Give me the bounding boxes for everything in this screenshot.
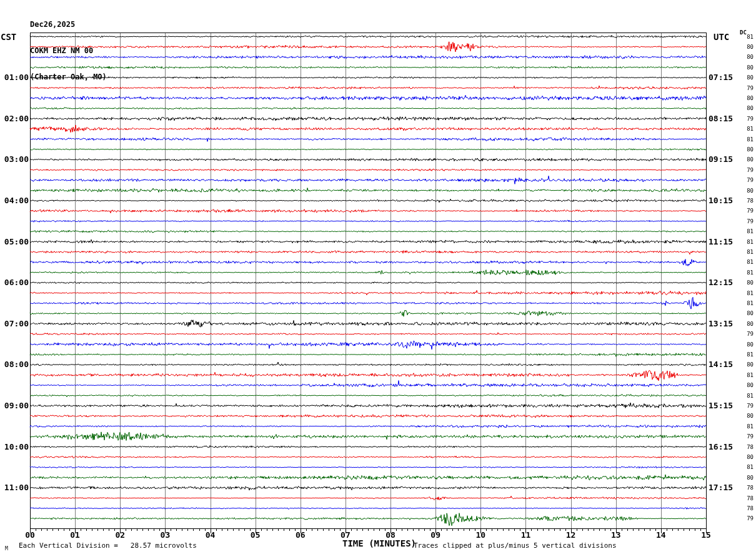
dc-value: 79 — [739, 85, 754, 91]
x-tick-label: 03 — [152, 530, 177, 540]
x-tick-label: 10 — [468, 530, 493, 540]
left-hour-label: 10:00 — [1, 443, 29, 451]
right-hour-label: 08:15 — [709, 114, 741, 123]
header-station-code: COKM EHZ NM 00 — [30, 46, 107, 55]
dc-value: 81 — [739, 290, 754, 296]
dc-value: 81 — [739, 351, 754, 358]
right-hour-label: 11:15 — [709, 238, 741, 246]
dc-value: 80 — [739, 188, 754, 194]
left-hour-label: 09:00 — [1, 401, 29, 410]
header-station-location: (Charter Oak, MO) — [30, 73, 107, 81]
dc-value: 81 — [739, 423, 754, 430]
dc-value: 78 — [739, 505, 754, 511]
right-hour-label: 13:15 — [709, 320, 741, 328]
right-timezone-label: UTC — [714, 32, 729, 42]
right-hour-label: 09:15 — [709, 155, 741, 164]
left-hour-label: 02:00 — [1, 114, 29, 123]
x-tick-label: 01 — [62, 530, 87, 540]
header-date: Dec26,2025 — [30, 20, 107, 29]
dc-value: 80 — [739, 280, 754, 286]
x-tick-label: 09 — [423, 530, 448, 540]
vertical-scale-note: Each Vertical Division = 28.57 microvolt… — [19, 541, 197, 550]
corner-logo: M — [5, 546, 8, 551]
x-tick-label: 00 — [17, 530, 42, 540]
dc-value: 81 — [739, 269, 754, 276]
dc-value: 80 — [739, 341, 754, 348]
dc-value: 81 — [739, 34, 754, 40]
dc-value: 81 — [739, 239, 754, 245]
left-hour-label: 03:00 — [1, 155, 29, 164]
dc-value: 79 — [739, 218, 754, 224]
dc-value: 80 — [739, 361, 754, 368]
left-hour-label: 06:00 — [1, 278, 29, 287]
dc-value: 81 — [739, 372, 754, 378]
dc-value: 80 — [739, 95, 754, 101]
x-tick-label: 15 — [694, 530, 719, 540]
dc-value: 79 — [739, 116, 754, 122]
dc-value: 78 — [739, 495, 754, 501]
dc-value: 78 — [739, 198, 754, 204]
dc-value: 80 — [739, 475, 754, 481]
dc-value: 80 — [739, 382, 754, 388]
left-hour-label: 08:00 — [1, 360, 29, 369]
dc-value: 81 — [739, 464, 754, 470]
dc-value: 79 — [739, 208, 754, 214]
right-hour-label: 17:15 — [709, 483, 741, 492]
helicorder-screen: Dec26,2025 COKM EHZ NM 00 (Charter Oak, … — [0, 0, 756, 554]
x-tick-label: 06 — [288, 530, 313, 540]
x-tick-label: 05 — [243, 530, 268, 540]
clip-note: Traces clipped at plus/minus 5 vertical … — [414, 541, 617, 550]
seismogram-plot-canvas — [0, 0, 756, 554]
dc-value: 81 — [739, 126, 754, 132]
dc-value: 81 — [739, 136, 754, 143]
dc-value: 80 — [739, 146, 754, 153]
dc-value: 80 — [739, 413, 754, 419]
dc-value: 80 — [739, 44, 754, 50]
right-hour-label: 14:15 — [709, 360, 741, 369]
dc-value: 81 — [739, 300, 754, 306]
dc-value: 81 — [739, 228, 754, 234]
plot-header: Dec26,2025 COKM EHZ NM 00 (Charter Oak, … — [30, 3, 107, 99]
left-hour-label: 05:00 — [1, 238, 29, 246]
left-timezone-label: CST — [1, 32, 16, 42]
right-hour-label: 12:15 — [709, 278, 741, 287]
dc-value: 81 — [739, 393, 754, 399]
x-tick-label: 13 — [604, 530, 629, 540]
left-hour-label: 11:00 — [1, 483, 29, 492]
dc-value: 80 — [739, 156, 754, 163]
left-hour-label: 01:00 — [1, 73, 29, 82]
left-hour-label: 04:00 — [1, 196, 29, 205]
x-tick-label: 12 — [559, 530, 584, 540]
dc-value: 80 — [739, 454, 754, 460]
dc-value: 78 — [739, 485, 754, 491]
dc-value: 79 — [739, 167, 754, 173]
dc-value: 79 — [739, 515, 754, 521]
x-tick-label: 02 — [107, 530, 132, 540]
dc-value: 80 — [739, 64, 754, 71]
right-hour-label: 15:15 — [709, 401, 741, 410]
right-hour-label: 16:15 — [709, 443, 741, 451]
dc-value: 79 — [739, 177, 754, 183]
dc-value: 79 — [739, 433, 754, 440]
dc-value: 80 — [739, 105, 754, 111]
x-tick-label: 14 — [649, 530, 674, 540]
dc-value: 81 — [739, 249, 754, 255]
dc-value: 78 — [739, 444, 754, 450]
dc-value: 80 — [739, 321, 754, 327]
dc-value: 80 — [739, 310, 754, 316]
dc-value: 80 — [739, 74, 754, 81]
right-hour-label: 10:15 — [709, 196, 741, 205]
dc-value: 79 — [739, 403, 754, 409]
right-hour-label: 07:15 — [709, 73, 741, 82]
x-tick-label: 11 — [513, 530, 538, 540]
left-hour-label: 07:00 — [1, 320, 29, 328]
dc-value: 81 — [739, 259, 754, 265]
dc-value: 80 — [739, 54, 754, 60]
x-axis-title: TIME (MINUTES) — [342, 538, 416, 548]
x-tick-label: 04 — [198, 530, 223, 540]
dc-value: 79 — [739, 331, 754, 337]
